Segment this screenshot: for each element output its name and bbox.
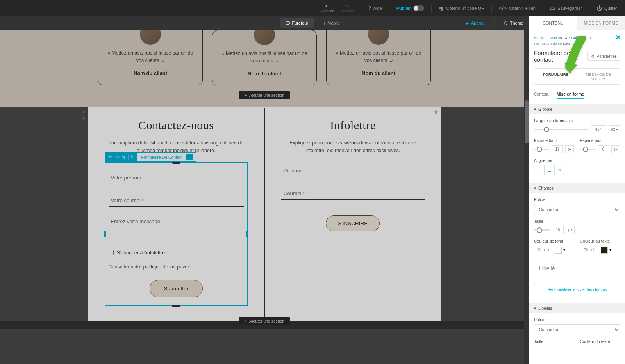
- divider: [543, 4, 543, 13]
- play-icon: ▶: [466, 21, 469, 26]
- theme-button[interactable]: ⬡ Thème: [504, 21, 523, 26]
- color-swatch[interactable]: [601, 247, 608, 254]
- bg-color-label: Couleur de fond: [534, 239, 575, 243]
- space-top-input[interactable]: [552, 145, 563, 153]
- chevron-right-icon: ›: [590, 36, 591, 40]
- align-label: Alignement: [534, 158, 620, 163]
- px-unit: px: [565, 145, 574, 153]
- bg-color-picker[interactable]: Choisir ▾: [534, 246, 575, 254]
- space-bottom-slider[interactable]: [580, 149, 596, 150]
- font-select[interactable]: Comfortaa: [534, 204, 620, 215]
- undo-button[interactable]: ↶ Annuler: [318, 0, 337, 16]
- align-right-button[interactable]: ⬲: [555, 165, 565, 175]
- choose-label: Choisir: [580, 246, 599, 254]
- text-color-picker[interactable]: Choisir ▾: [580, 246, 621, 254]
- publish-label: Publier: [396, 6, 411, 11]
- preview-label: Libellé: [539, 265, 555, 272]
- top-toolbar: ↶ Annuler ↷ Rétablir ? Aide Publier ▦ Ob…: [0, 0, 625, 16]
- width-input[interactable]: [591, 125, 606, 133]
- qr-label: Obtenir un code QR: [446, 6, 484, 11]
- tab-contenu[interactable]: CONTENU: [529, 16, 577, 30]
- quit-button[interactable]: ⏻ Quitter: [593, 0, 620, 16]
- canvas-overlay: [0, 30, 529, 364]
- undo-icon: ↶: [325, 4, 330, 9]
- undo-label: Annuler: [321, 9, 334, 13]
- publish-toggle[interactable]: [413, 5, 424, 11]
- preview-button[interactable]: ▶ Aperçu: [466, 21, 485, 26]
- mobile-label: Mobile: [327, 21, 340, 25]
- redo-button[interactable]: ↷ Rétablir: [338, 0, 357, 16]
- desktop-view-button[interactable]: 🖵 Fureteur: [280, 18, 314, 28]
- size-label: Taille: [534, 339, 575, 344]
- libelles-label: Libellés: [538, 306, 552, 311]
- chevron-down-icon: ▾: [609, 247, 612, 252]
- divider: [389, 4, 389, 13]
- align-center-button[interactable]: ☰: [545, 165, 555, 175]
- space-top-label: Espace haut: [534, 138, 575, 143]
- size-input[interactable]: [552, 226, 564, 234]
- help-icon: ?: [368, 5, 371, 11]
- align-left-button[interactable]: ⬳: [534, 165, 545, 175]
- mobile-icon: ▯: [323, 21, 325, 26]
- gear-icon: ⚙: [591, 54, 595, 59]
- save-button[interactable]: ▭ Sauvegarder: [547, 0, 585, 16]
- annotation-arrow: [562, 36, 590, 79]
- scrollbar[interactable]: [524, 30, 529, 364]
- scroll-thumb[interactable]: [525, 100, 529, 143]
- settings-button[interactable]: ⚙ Paramètres: [588, 52, 620, 61]
- text-color-label: Couleur du texte: [580, 339, 621, 344]
- width-slider[interactable]: [534, 129, 588, 130]
- size-slider[interactable]: [534, 229, 550, 231]
- settings-label: Paramètres: [596, 54, 617, 59]
- divider: [431, 4, 432, 13]
- choose-label: Choisir: [534, 246, 553, 254]
- width-label: Largeur du formulaire: [534, 118, 620, 123]
- theme-label: Thème: [510, 21, 523, 25]
- redo-label: Rétablir: [341, 9, 354, 13]
- desktop-icon: 🖵: [286, 21, 290, 25]
- globale-label: Globale: [538, 107, 552, 112]
- champs-label: Champs: [538, 186, 554, 190]
- collapse-champs[interactable]: ▾ Champs: [529, 183, 625, 193]
- width-unit[interactable]: px ▾: [609, 125, 620, 133]
- text-color-label: Couleur du texte: [580, 239, 621, 243]
- space-top-slider[interactable]: [534, 149, 550, 150]
- close-icon[interactable]: ✕: [615, 33, 621, 42]
- caret-down-icon: ▾: [534, 306, 536, 311]
- qr-button[interactable]: ▦ Obtenir un code QR: [436, 0, 488, 16]
- label-font-select[interactable]: Comfortaa: [534, 324, 620, 335]
- publish-button[interactable]: Publier: [393, 0, 427, 16]
- crumb-section[interactable]: Section : Section 13: [534, 36, 567, 40]
- collapse-globale[interactable]: ▾ Globale: [529, 104, 625, 114]
- mobile-view-button[interactable]: ▯ Mobile: [317, 18, 345, 28]
- help-button[interactable]: ? Aide: [365, 0, 385, 16]
- caret-down-icon: ▾: [534, 107, 536, 112]
- color-swatch[interactable]: [555, 247, 562, 254]
- help-label: Aide: [373, 6, 382, 11]
- chevron-down-icon: ▾: [563, 247, 566, 252]
- divider: [491, 4, 492, 13]
- subtab-contenu[interactable]: Contenu: [534, 92, 550, 99]
- space-bottom-label: Espace bas: [580, 138, 621, 143]
- divider: [361, 4, 361, 13]
- subtab-mise-en-forme[interactable]: Mise en forme: [557, 92, 584, 99]
- redo-icon: ↷: [345, 4, 350, 9]
- desktop-label: Fureteur: [292, 21, 309, 25]
- customize-fields-button[interactable]: Personnaliser le style des champs: [534, 284, 620, 295]
- canvas: « Mettez un avis positif laissé par un d…: [0, 30, 529, 364]
- save-icon: ▭: [550, 5, 555, 11]
- px-unit: px: [611, 145, 620, 153]
- tab-mise-en-forme[interactable]: MISE EN FORME: [577, 16, 625, 30]
- link-label: Obtenir le lien: [509, 6, 536, 11]
- divider: [589, 4, 589, 13]
- link-icon: </>: [499, 5, 507, 11]
- quit-icon: ⏻: [596, 5, 602, 11]
- preview-label: Aperçu: [471, 21, 485, 25]
- divider: [494, 18, 495, 28]
- theme-icon: ⬡: [504, 21, 508, 26]
- font-label: Police: [534, 197, 620, 202]
- space-bottom-input[interactable]: [598, 145, 609, 153]
- link-button[interactable]: </> Obtenir le lien: [496, 0, 539, 16]
- collapse-libelles[interactable]: ▾ Libellés: [529, 303, 625, 313]
- px-unit: px: [566, 226, 575, 234]
